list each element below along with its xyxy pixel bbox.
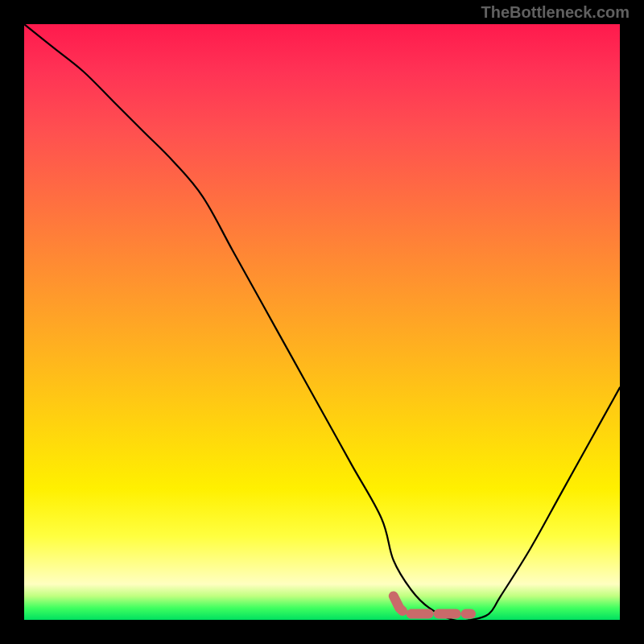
optimal-marker-line <box>394 596 471 613</box>
chart-plot-area <box>24 24 620 620</box>
watermark-text: TheBottleneck.com <box>481 3 630 22</box>
chart-svg <box>24 24 620 620</box>
bottleneck-curve-line <box>24 24 620 620</box>
